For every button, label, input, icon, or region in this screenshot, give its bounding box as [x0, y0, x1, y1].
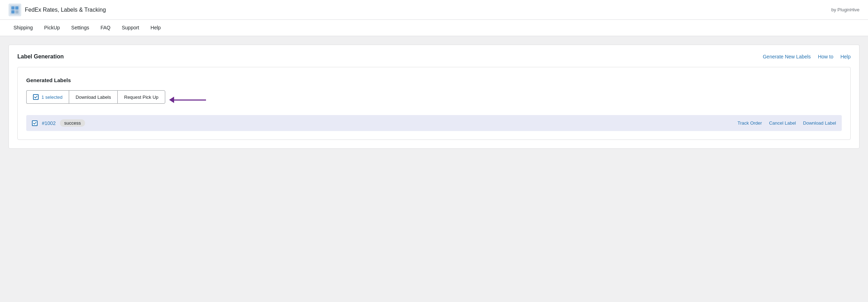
card-header-links: Generate New Labels How to Help [763, 54, 851, 59]
selected-button[interactable]: 1 selected [26, 90, 69, 104]
app-title: FedEx Rates, Labels & Tracking [25, 7, 106, 13]
svg-rect-2 [15, 6, 18, 10]
status-badge: success [60, 119, 85, 127]
top-header: FedEx Rates, Labels & Tracking by Plugin… [0, 0, 868, 20]
main-content: Label Generation Generate New Labels How… [0, 36, 868, 157]
nav-bar: Shipping PickUp Settings FAQ Support Hel… [0, 20, 868, 36]
inner-card-title: Generated Labels [26, 77, 842, 83]
arrow [169, 97, 206, 103]
card-header: Label Generation Generate New Labels How… [17, 53, 851, 60]
arrow-head [169, 97, 174, 103]
nav-item-faq[interactable]: FAQ [95, 20, 115, 36]
order-row-left: #1002 success [32, 119, 85, 127]
nav-item-support[interactable]: Support [117, 20, 144, 36]
generate-new-labels-link[interactable]: Generate New Labels [763, 54, 811, 59]
plugin-logo [9, 4, 21, 16]
arrow-line [174, 99, 206, 101]
request-pickup-label: Request Pick Up [124, 95, 158, 100]
outer-card: Label Generation Generate New Labels How… [9, 45, 859, 149]
svg-rect-4 [15, 10, 18, 13]
svg-rect-1 [11, 6, 15, 10]
by-text: by PluginHive [831, 7, 860, 12]
nav-item-pickup[interactable]: PickUp [39, 20, 65, 36]
row-checkbox[interactable] [32, 120, 38, 126]
svg-rect-0 [10, 5, 20, 15]
how-to-link[interactable]: How to [818, 54, 834, 59]
nav-item-shipping[interactable]: Shipping [9, 20, 38, 36]
card-title: Label Generation [17, 53, 64, 60]
download-labels-label: Download Labels [76, 95, 111, 100]
nav-item-help[interactable]: Help [146, 20, 166, 36]
order-row-right: Track Order Cancel Label Download Label [738, 120, 836, 126]
order-row: #1002 success Track Order Cancel Label D… [26, 115, 842, 131]
order-id-link[interactable]: #1002 [42, 120, 56, 126]
cancel-label-link[interactable]: Cancel Label [769, 120, 796, 126]
nav-item-settings[interactable]: Settings [66, 20, 94, 36]
track-order-link[interactable]: Track Order [738, 120, 762, 126]
checkbox-checked-icon [33, 94, 39, 100]
svg-rect-3 [11, 10, 15, 13]
inner-card: Generated Labels 1 selected [17, 67, 851, 140]
request-pickup-button[interactable]: Request Pick Up [117, 90, 165, 104]
header-left: FedEx Rates, Labels & Tracking [9, 4, 106, 16]
download-labels-button[interactable]: Download Labels [69, 90, 117, 104]
action-bar: 1 selected Download Labels Request Pick … [26, 90, 165, 104]
help-link[interactable]: Help [840, 54, 851, 59]
download-label-link[interactable]: Download Label [803, 120, 836, 126]
arrow-indicator [169, 97, 206, 103]
selected-label: 1 selected [41, 95, 62, 100]
